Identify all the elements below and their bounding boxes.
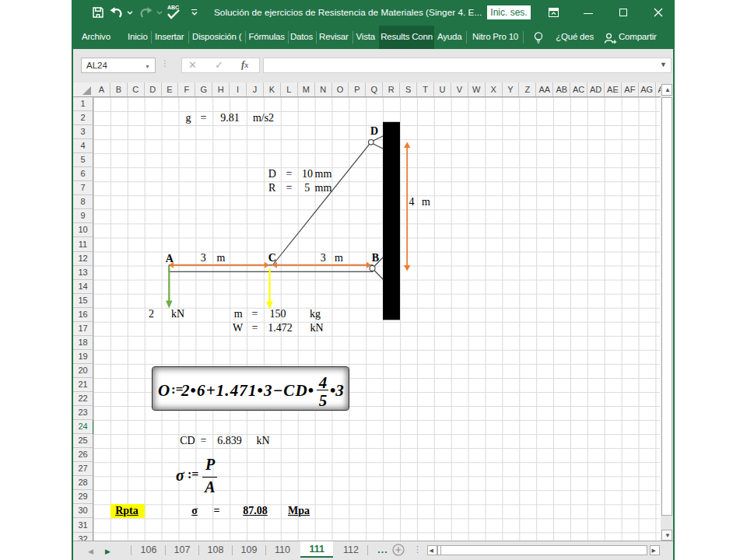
svg-text:ABC: ABC	[167, 5, 179, 10]
